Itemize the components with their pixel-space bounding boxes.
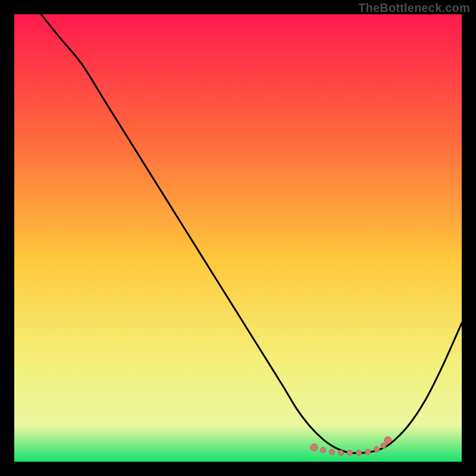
sweet-spot-marker <box>356 450 362 456</box>
sweet-spot-marker <box>347 450 353 456</box>
chart-svg <box>14 14 462 462</box>
sweet-spot-marker <box>320 447 325 453</box>
plot-area <box>14 14 462 462</box>
sweet-spot-marker <box>381 443 386 448</box>
sweet-spot-marker <box>365 449 371 455</box>
watermark-text: TheBottleneck.com <box>358 1 470 15</box>
chart-frame: TheBottleneck.com <box>0 0 476 476</box>
gradient-background <box>14 14 462 462</box>
sweet-spot-marker <box>311 444 318 451</box>
sweet-spot-marker <box>329 449 334 455</box>
sweet-spot-marker <box>374 446 380 452</box>
sweet-spot-marker <box>339 450 344 456</box>
sweet-spot-marker <box>384 437 392 444</box>
